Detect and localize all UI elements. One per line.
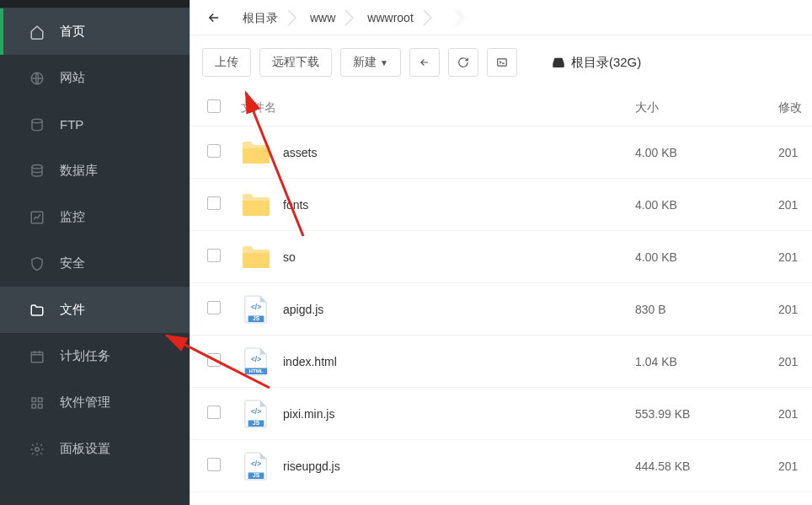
- table-row[interactable]: assets4.00 KB201: [190, 126, 812, 179]
- sidebar-item-label: 计划任务: [60, 348, 110, 364]
- row-checkbox[interactable]: [207, 249, 221, 262]
- file-size: 1.04 KB: [635, 355, 778, 368]
- file-name: riseupgd.js: [283, 459, 340, 473]
- sidebar: 首页 网站 FTP 数据库 监控 安全 文件 计划任务 软件管理 面板设置: [0, 0, 190, 505]
- svg-rect-5: [32, 398, 36, 402]
- file-name: apigd.js: [283, 303, 323, 316]
- table-header: 文件名 大小 修改: [190, 89, 812, 126]
- row-checkbox[interactable]: [207, 406, 221, 419]
- file-table: 文件名 大小 修改 assets4.00 KB201fonts4.00 KB20…: [190, 89, 812, 492]
- upload-button[interactable]: 上传: [202, 48, 251, 77]
- sidebar-item-label: 安全: [60, 255, 85, 271]
- row-checkbox[interactable]: [207, 458, 221, 471]
- sidebar-item-security[interactable]: 安全: [0, 240, 190, 287]
- file-name: pixi.min.js: [283, 407, 334, 421]
- refresh-button[interactable]: [448, 48, 478, 77]
- file-icon: </>JS: [241, 399, 271, 429]
- disk-info: 根目录(32G): [551, 55, 641, 71]
- sidebar-item-ftp[interactable]: FTP: [0, 101, 190, 148]
- remote-download-button[interactable]: 远程下载: [259, 48, 332, 77]
- row-checkbox[interactable]: [207, 196, 221, 210]
- breadcrumb-item-wwwroot[interactable]: wwwroot: [354, 4, 431, 31]
- file-name: fonts: [283, 198, 308, 212]
- table-row[interactable]: fonts4.00 KB201: [190, 179, 812, 231]
- sidebar-item-monitor[interactable]: 监控: [0, 194, 190, 240]
- sidebar-item-settings[interactable]: 面板设置: [0, 426, 190, 472]
- svg-text:JS: JS: [253, 315, 260, 321]
- file-name: so: [283, 250, 296, 264]
- svg-rect-8: [39, 404, 43, 408]
- select-all-checkbox[interactable]: [207, 99, 221, 113]
- svg-text:JS: JS: [253, 420, 260, 426]
- file-name: assets: [283, 146, 317, 159]
- file-date: 201: [778, 146, 812, 159]
- table-row[interactable]: </>HTMLindex.html1.04 KB201: [190, 336, 812, 388]
- sidebar-item-files[interactable]: 文件: [0, 287, 190, 333]
- breadcrumb-item-current[interactable]: [432, 4, 464, 31]
- file-date: 201: [778, 198, 812, 212]
- svg-text:</>: </>: [251, 303, 261, 311]
- header-name[interactable]: 文件名: [241, 100, 635, 116]
- file-icon: </>JS: [241, 451, 271, 481]
- table-row[interactable]: so4.00 KB201: [190, 231, 812, 283]
- sidebar-item-label: 面板设置: [60, 441, 110, 457]
- sidebar-item-cron[interactable]: 计划任务: [0, 333, 190, 379]
- sidebar-item-label: 文件: [60, 302, 85, 318]
- file-size: 4.00 KB: [635, 198, 778, 212]
- svg-text:</>: </>: [251, 355, 261, 363]
- sidebar-item-software[interactable]: 软件管理: [0, 379, 190, 426]
- sidebar-item-label: 监控: [60, 209, 85, 225]
- sidebar-item-database[interactable]: 数据库: [0, 148, 190, 194]
- calendar-icon: [29, 349, 45, 364]
- nav-back-button[interactable]: [409, 48, 440, 77]
- gear-icon: [29, 442, 45, 457]
- caret-down-icon: ▼: [380, 58, 388, 67]
- svg-text:HTML: HTML: [249, 368, 264, 373]
- disk-icon: [551, 56, 566, 69]
- sidebar-top-bar: [0, 0, 190, 8]
- disk-label: 根目录(32G): [571, 55, 641, 71]
- globe-icon: [29, 71, 45, 86]
- sidebar-item-label: 数据库: [60, 163, 98, 179]
- file-icon: </>JS: [241, 294, 271, 325]
- row-checkbox[interactable]: [207, 144, 221, 158]
- toolbar: 上传 远程下载 新建▼ 根目录(32G): [190, 35, 812, 89]
- sidebar-item-home[interactable]: 首页: [0, 8, 190, 55]
- svg-text:</>: </>: [251, 459, 261, 468]
- main-panel: 根目录 www wwwroot 上传 远程下载 新建▼ 根目录(32G) 文件名…: [190, 0, 812, 505]
- file-date: 201: [778, 303, 812, 316]
- svg-text:</>: </>: [251, 407, 261, 416]
- breadcrumb: 根目录 www wwwroot: [190, 0, 812, 35]
- file-date: 201: [778, 459, 812, 473]
- table-row[interactable]: </>JSpixi.min.js553.99 KB201: [190, 388, 812, 440]
- breadcrumb-item-root[interactable]: 根目录: [229, 4, 296, 31]
- row-checkbox[interactable]: [207, 301, 221, 314]
- row-checkbox[interactable]: [207, 353, 221, 367]
- file-date: 201: [778, 250, 812, 264]
- svg-rect-10: [498, 59, 507, 66]
- new-button[interactable]: 新建▼: [340, 48, 401, 77]
- file-size: 4.00 KB: [635, 146, 778, 159]
- table-row[interactable]: </>JSriseupgd.js444.58 KB201: [190, 440, 812, 492]
- header-size[interactable]: 大小: [635, 100, 778, 116]
- grid-icon: [29, 395, 45, 411]
- breadcrumb-item-www[interactable]: www: [296, 4, 354, 31]
- back-button[interactable]: [199, 4, 229, 31]
- sidebar-item-website[interactable]: 网站: [0, 55, 190, 101]
- folder-icon: [29, 303, 45, 318]
- file-size: 830 B: [635, 303, 778, 316]
- database-icon: [29, 164, 45, 179]
- svg-rect-7: [32, 404, 36, 408]
- file-date: 201: [778, 407, 812, 421]
- table-row[interactable]: </>JSapigd.js830 B201: [190, 283, 812, 336]
- sidebar-item-label: 首页: [60, 24, 85, 40]
- folder-icon: [241, 190, 271, 220]
- svg-text:JS: JS: [253, 472, 260, 478]
- ftp-icon: [29, 117, 45, 132]
- header-date[interactable]: 修改: [778, 100, 812, 116]
- file-size: 553.99 KB: [635, 407, 778, 421]
- terminal-button[interactable]: [487, 48, 517, 77]
- folder-icon: [241, 137, 271, 168]
- new-button-label: 新建: [353, 55, 377, 70]
- home-icon: [29, 24, 45, 40]
